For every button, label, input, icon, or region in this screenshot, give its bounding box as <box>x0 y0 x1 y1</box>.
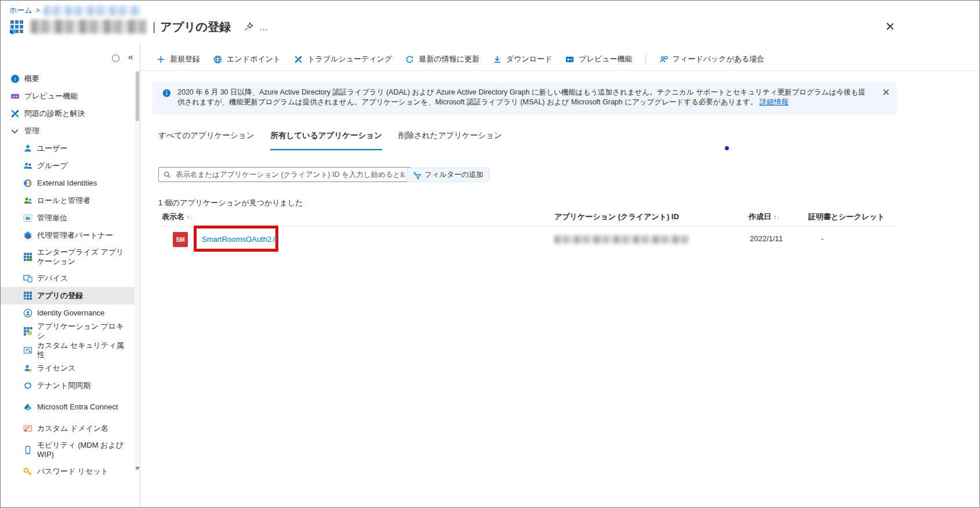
sidebar: « i 概要 ++ プレビュー機能 問題の診断と解決 管理 ユーザー <box>1 42 140 507</box>
sidebar-item-roles-admins[interactable]: ロールと管理者 <box>1 192 135 209</box>
scrollbar-down-arrow-icon[interactable] <box>135 467 140 470</box>
entra-connect-icon <box>23 402 32 412</box>
learn-more-link[interactable]: 詳細情報 <box>760 98 789 106</box>
refresh-button[interactable]: 最新の情報に更新 <box>405 54 480 64</box>
sidebar-item-external-identities[interactable]: External Identities <box>1 175 135 192</box>
sidebar-item-label: デバイス <box>37 274 68 283</box>
troubleshoot-tools-icon <box>10 109 20 119</box>
info-icon: i <box>10 74 20 84</box>
sidebar-item-custom-domain-names[interactable]: カスタム ドメイン名 <box>1 420 135 437</box>
sidebar-item-overview[interactable]: i 概要 <box>1 70 135 88</box>
sidebar-item-custom-security-attributes[interactable]: カスタム セキュリティ属性 <box>1 341 135 360</box>
sidebar-item-label: 管理 <box>24 126 39 136</box>
pin-icon[interactable] <box>244 22 253 32</box>
sidebar-item-devices[interactable]: デバイス <box>1 270 135 287</box>
application-search-box[interactable] <box>158 167 411 182</box>
preview-features-icon <box>565 55 575 64</box>
breadcrumb-redacted-item[interactable] <box>43 6 141 16</box>
svg-text:i: i <box>14 76 16 82</box>
sidebar-item-label: ユーザー <box>37 144 68 153</box>
column-header-created[interactable]: 作成日 ↑↓ <box>749 212 780 222</box>
page-header: | アプリの登録 … <box>9 19 269 35</box>
sidebar-item-groups[interactable]: グループ <box>1 157 135 175</box>
sidebar-scrollbar[interactable] <box>135 70 140 471</box>
deprecation-banner: 2020 年 6 月 30 日以降、Azure Active Directory… <box>153 82 896 115</box>
table-row[interactable]: SM SmartRoomsOAuth2.0 2022/1/11 - <box>1 227 979 252</box>
globe-icon <box>213 55 223 64</box>
sidebar-item-mobility[interactable]: モビリティ (MDM および WIP) <box>1 437 135 463</box>
sidebar-item-label: プレビュー機能 <box>24 92 78 101</box>
sidebar-item-label: Microsoft Entra Connect <box>37 402 118 412</box>
licenses-icon <box>23 364 32 373</box>
sidebar-item-preview-features[interactable]: ++ プレビュー機能 <box>1 88 135 105</box>
sidebar-item-users[interactable]: ユーザー <box>1 140 135 157</box>
new-registration-button[interactable]: 新規登録 <box>156 54 200 64</box>
scrollbar-thumb[interactable] <box>136 71 139 121</box>
sidebar-item-identity-governance[interactable]: Identity Governance <box>1 304 135 322</box>
column-header-certs-secrets[interactable]: 証明書とシークレット <box>808 212 885 222</box>
endpoints-button[interactable]: エンドポイント <box>213 54 281 64</box>
sidebar-item-app-registrations[interactable]: アプリの登録 <box>1 287 135 304</box>
sidebar-item-label: 問題の診断と解決 <box>24 109 85 118</box>
certs-secrets-cell: - <box>821 234 823 243</box>
troubleshoot-tools-icon <box>293 55 303 64</box>
app-proxy-icon <box>23 326 32 336</box>
svg-text:++: ++ <box>12 94 18 99</box>
sidebar-item-label: カスタム セキュリティ属性 <box>37 341 131 360</box>
sidebar-item-label: パスワード リセット <box>37 467 108 476</box>
table-header: 表示名 ↑↓ アプリケーション (クライアント) ID 作成日 ↑↓ 証明書とシ… <box>1 212 979 223</box>
command-bar: 新規登録 エンドポイント トラブルシューティング 最新の情報に更新 ダウンロード… <box>156 52 764 67</box>
custom-security-attributes-icon <box>23 345 32 355</box>
sidebar-item-password-reset[interactable]: パスワード リセット <box>1 463 135 480</box>
sidebar-group-manage[interactable]: 管理 <box>1 122 135 140</box>
toolbar-item-label: プレビュー機能 <box>579 54 632 64</box>
sidebar-search-icon[interactable] <box>112 55 119 62</box>
column-header-client-id[interactable]: アプリケーション (クライアント) ID <box>554 212 679 222</box>
sidebar-item-licenses[interactable]: ライセンス <box>1 360 135 377</box>
application-tabs: すべてのアプリケーション 所有しているアプリケーション 削除されたアプリケーショ… <box>158 130 502 150</box>
toolbar-item-label: ダウンロード <box>506 54 553 64</box>
app-display-name-link[interactable]: SmartRoomsOAuth2.0 <box>202 235 278 244</box>
sidebar-item-label: グループ <box>37 161 68 170</box>
roles-admins-icon <box>23 196 32 206</box>
key-icon <box>23 467 32 477</box>
banner-close-button[interactable] <box>883 88 890 98</box>
download-icon <box>492 55 502 64</box>
download-button[interactable]: ダウンロード <box>492 54 553 64</box>
sidebar-item-label: カスタム ドメイン名 <box>37 424 108 433</box>
troubleshooting-button[interactable]: トラブルシューティング <box>293 54 392 64</box>
add-filter-button[interactable]: フィルターの追加 <box>406 168 489 182</box>
toolbar-item-label: エンドポイント <box>227 54 281 64</box>
enterprise-apps-icon <box>23 252 32 262</box>
feedback-button[interactable]: フィードバックがある場合 <box>659 54 765 64</box>
created-date-cell: 2022/1/11 <box>750 234 783 243</box>
tab-deleted-applications[interactable]: 削除されたアプリケーション <box>398 130 502 150</box>
sidebar-item-entra-connect[interactable]: Microsoft Entra Connect <box>1 394 135 420</box>
sidebar-collapse-button[interactable]: « <box>128 52 133 61</box>
sidebar-item-label: ロールと管理者 <box>37 196 90 205</box>
tenant-name-redacted <box>31 20 147 34</box>
sidebar-item-application-proxy[interactable]: アプリケーション プロキシ <box>1 322 135 341</box>
sidebar-item-cross-tenant-sync[interactable]: テナント間同期 <box>1 377 135 394</box>
app-registrations-icon <box>23 291 32 301</box>
column-header-display-name[interactable]: 表示名 ↑↓ <box>162 212 193 222</box>
search-input[interactable] <box>175 170 406 179</box>
feedback-person-icon <box>659 55 669 64</box>
sidebar-item-diagnose-solve[interactable]: 問題の診断と解決 <box>1 105 135 122</box>
azure-portal-window: ホーム > | アプリの登録 … <box>0 0 980 508</box>
sidebar-item-label: アプリケーション プロキシ <box>37 322 131 341</box>
toolbar-divider <box>645 55 646 64</box>
identity-governance-icon <box>23 309 32 318</box>
breadcrumb-home-link[interactable]: ホーム <box>9 5 32 16</box>
preview-features-button[interactable]: プレビュー機能 <box>565 54 632 64</box>
plus-icon <box>156 55 166 64</box>
more-actions-button[interactable]: … <box>259 22 269 32</box>
client-id-redacted <box>554 235 689 244</box>
tab-owned-applications[interactable]: 所有しているアプリケーション <box>270 130 382 150</box>
refresh-icon <box>405 55 415 64</box>
sidebar-item-label: ライセンス <box>37 364 76 373</box>
page-title: | アプリの登録 <box>153 19 231 35</box>
tab-all-applications[interactable]: すべてのアプリケーション <box>158 130 254 150</box>
close-icon <box>885 22 894 31</box>
blade-close-button[interactable] <box>884 20 895 32</box>
